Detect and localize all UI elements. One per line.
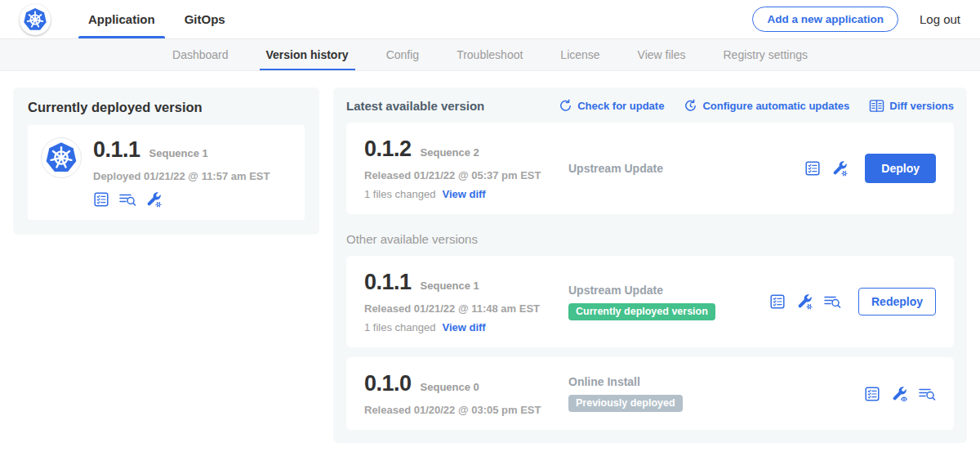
deploy-button[interactable]: Deploy — [865, 154, 936, 183]
preflight-checks-icon[interactable] — [769, 293, 786, 310]
currently-deployed-panel: Currently deployed version 0.1.1 Sequenc… — [13, 87, 319, 235]
deployed-version-number: 0.1.1 — [93, 137, 140, 163]
deploy-logs-icon[interactable] — [118, 191, 136, 208]
sequence-label: Sequence 2 — [421, 146, 479, 159]
currently-deployed-badge: Currently deployed version — [568, 303, 715, 320]
subnav-config[interactable]: Config — [386, 39, 419, 70]
tab-application[interactable]: Application — [74, 0, 170, 38]
check-for-update-label: Check for update — [577, 100, 664, 112]
released-timestamp: Released 01/21/22 @ 05:37 pm EST — [364, 169, 568, 181]
version-card-0-1-2: 0.1.2 Sequence 2 Released 01/21/22 @ 05:… — [346, 123, 954, 214]
files-changed-label: 1 files changed — [364, 188, 435, 200]
version-card-0-1-1: 0.1.1 Sequence 1 Released 01/21/22 @ 11:… — [346, 256, 954, 347]
latest-panel-title: Latest available version — [346, 99, 484, 113]
subnav-version-history[interactable]: Version history — [266, 39, 349, 70]
view-diff-link[interactable]: View diff — [442, 321, 485, 333]
version-card-0-1-0: 0.1.0 Sequence 0 Released 01/20/22 @ 03:… — [346, 357, 954, 430]
app-icon — [41, 137, 82, 178]
app-sub-nav: Dashboard Version history Config Trouble… — [0, 39, 980, 71]
sequence-label: Sequence 0 — [421, 381, 479, 393]
version-source-label: Upstream Update — [568, 162, 804, 175]
view-config-icon[interactable] — [891, 386, 907, 402]
refresh-icon — [559, 99, 572, 113]
released-timestamp: Released 01/20/22 @ 03:05 pm EST — [364, 404, 568, 416]
diff-versions-label: Diff versions — [889, 100, 954, 112]
files-changed-label: 1 files changed — [364, 321, 435, 333]
deployed-timestamp: Deployed 01/21/22 @ 11:57 am EST — [93, 170, 270, 182]
preflight-checks-icon[interactable] — [93, 191, 109, 208]
top-tabs: Application GitOps — [74, 0, 240, 38]
deployed-version-card: 0.1.1 Sequence 1 Deployed 01/21/22 @ 11:… — [28, 125, 305, 220]
tab-gitops[interactable]: GitOps — [170, 0, 240, 38]
configure-automatic-updates-label: Configure automatic updates — [702, 100, 849, 112]
version-number: 0.1.0 — [364, 371, 412, 396]
version-source-label: Online Install — [568, 375, 864, 388]
diff-icon — [869, 99, 884, 113]
deployed-panel-title: Currently deployed version — [28, 100, 305, 115]
other-versions-title: Other available versions — [346, 232, 954, 246]
version-history-page: Currently deployed version 0.1.1 Sequenc… — [0, 71, 980, 459]
deploy-logs-icon[interactable] — [823, 293, 841, 310]
preflight-checks-icon[interactable] — [804, 160, 821, 177]
topnav-actions: Add a new application Log out — [752, 7, 960, 32]
released-timestamp: Released 01/21/22 @ 11:48 am EST — [364, 302, 568, 315]
edit-config-icon[interactable] — [145, 191, 162, 208]
sequence-label: Sequence 1 — [421, 280, 479, 292]
version-source-label: Upstream Update — [568, 284, 769, 297]
version-number: 0.1.1 — [364, 270, 412, 295]
logout-button[interactable]: Log out — [920, 12, 960, 26]
kubernetes-logo — [20, 4, 51, 35]
configure-automatic-updates-button[interactable]: Configure automatic updates — [684, 99, 849, 113]
deployed-sequence-label: Sequence 1 — [149, 147, 208, 159]
preflight-checks-icon[interactable] — [864, 386, 880, 402]
auto-update-icon — [684, 99, 697, 113]
subnav-view-files[interactable]: View files — [638, 39, 686, 70]
edit-config-icon[interactable] — [796, 293, 813, 310]
deploy-logs-icon[interactable] — [918, 386, 936, 402]
subnav-troubleshoot[interactable]: Troubleshoot — [457, 39, 523, 70]
latest-available-panel: Latest available version Check for updat… — [333, 87, 967, 443]
subnav-dashboard[interactable]: Dashboard — [172, 39, 229, 70]
view-diff-link[interactable]: View diff — [442, 188, 485, 200]
redeploy-button[interactable]: Redeploy — [858, 288, 936, 316]
check-for-update-button[interactable]: Check for update — [559, 99, 664, 113]
add-application-button[interactable]: Add a new application — [752, 7, 898, 32]
top-nav: Application GitOps Add a new application… — [0, 0, 980, 39]
previously-deployed-badge: Previously deployed — [568, 395, 683, 412]
version-number: 0.1.2 — [364, 137, 412, 162]
subnav-registry-settings[interactable]: Registry settings — [724, 39, 808, 70]
diff-versions-button[interactable]: Diff versions — [869, 99, 954, 113]
subnav-license[interactable]: License — [560, 39, 599, 70]
edit-config-icon[interactable] — [831, 160, 848, 177]
